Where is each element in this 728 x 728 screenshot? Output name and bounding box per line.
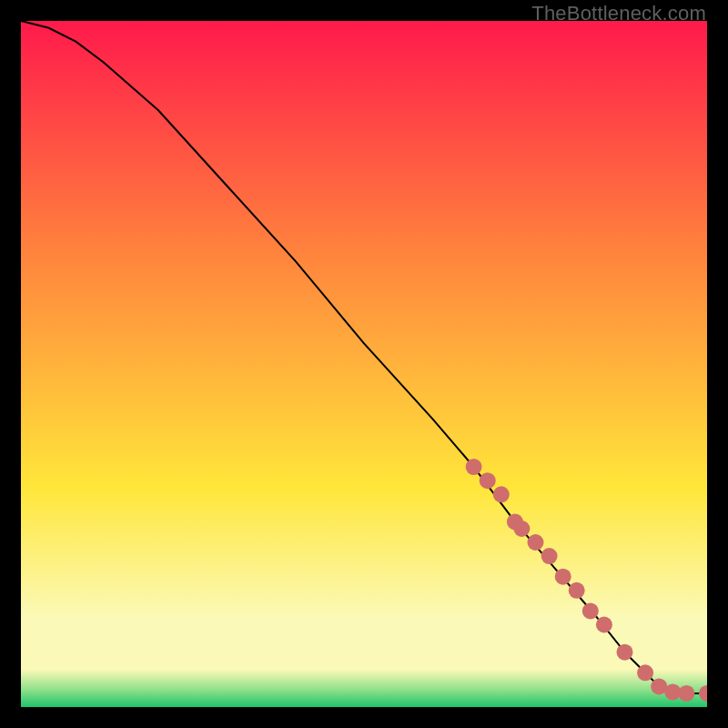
marker-point (466, 459, 482, 475)
chart-stage: TheBottleneck.com (0, 0, 728, 728)
marker-point (596, 617, 612, 633)
marker-point (569, 582, 585, 599)
chart-svg (21, 21, 707, 707)
gradient-bg (21, 21, 707, 707)
marker-point (637, 664, 653, 681)
marker-point (617, 644, 633, 661)
marker-point (678, 685, 694, 702)
marker-point (582, 602, 599, 619)
plot-area (21, 21, 707, 707)
marker-point (493, 486, 510, 502)
marker-point (541, 548, 558, 564)
marker-point (513, 521, 530, 537)
watermark-text: TheBottleneck.com (531, 2, 706, 25)
marker-point (555, 569, 571, 585)
marker-point (528, 534, 544, 551)
marker-point (480, 472, 496, 489)
